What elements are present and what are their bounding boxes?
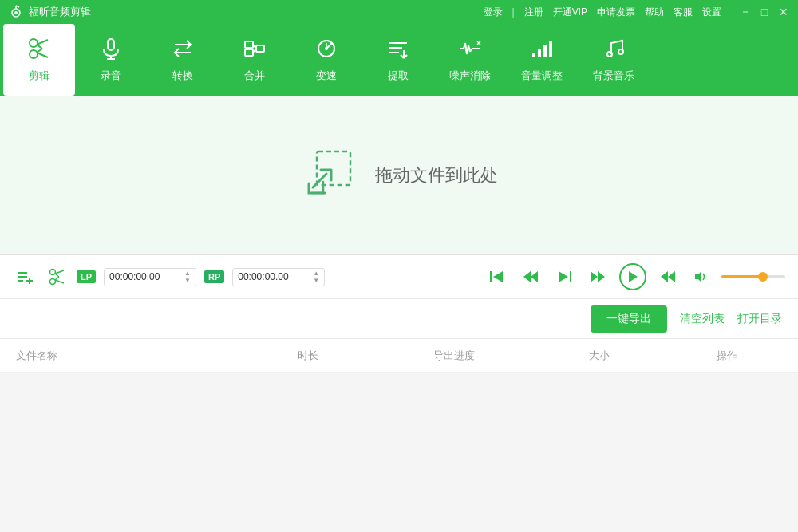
svg-line-45 (55, 270, 64, 274)
svg-rect-33 (549, 41, 552, 57)
convert-icon (171, 37, 195, 64)
title-nav: 登录 | 注册 开通VIP 申请发票 帮助 客服 设置 (484, 6, 721, 19)
col-header-duration: 时长 (235, 349, 381, 363)
tool-cut-label: 剪辑 (29, 69, 49, 83)
svg-line-26 (470, 49, 472, 52)
controls-bar: LP ▲ ▼ RP ▲ ▼ (0, 255, 798, 299)
tool-convert-label: 转换 (172, 69, 193, 83)
tool-cut[interactable]: 剪辑 (3, 24, 75, 96)
extract-icon (386, 37, 410, 64)
tool-denoise[interactable]: 噪声消除 (434, 24, 506, 96)
play-button[interactable] (619, 263, 646, 290)
lp-down-btn[interactable]: ▼ (184, 278, 191, 284)
svg-rect-11 (245, 41, 253, 48)
svg-line-46 (55, 280, 64, 283)
svg-point-1 (14, 11, 18, 14)
file-table: 文件名称 时长 导出进度 大小 操作 (0, 339, 798, 373)
minimize-button[interactable]: － (739, 6, 752, 18)
tool-volume[interactable]: 音量调整 (506, 24, 578, 96)
col-header-progress: 导出进度 (381, 349, 527, 363)
svg-rect-12 (245, 49, 253, 56)
col-header-action: 操作 (673, 349, 782, 363)
svg-rect-32 (543, 45, 547, 57)
rp-time-input[interactable]: ▲ ▼ (232, 268, 325, 286)
volume-fill (721, 275, 760, 278)
maximize-button[interactable]: □ (758, 6, 771, 18)
col-header-size: 大小 (527, 349, 673, 363)
tool-merge-label: 合并 (244, 69, 265, 83)
lp-time-input[interactable]: ▲ ▼ (104, 268, 196, 286)
svg-rect-30 (532, 53, 535, 57)
prev-button[interactable] (519, 265, 543, 289)
mic-icon (99, 37, 123, 64)
svg-line-47 (55, 274, 59, 277)
svg-point-17 (325, 47, 328, 50)
toolbar: 剪辑 录音 转换 (0, 24, 798, 96)
svg-point-35 (618, 49, 623, 54)
lp-time-field[interactable] (109, 271, 181, 282)
speed-icon (314, 37, 338, 64)
nav-invoice[interactable]: 申请发票 (597, 6, 635, 19)
tool-convert[interactable]: 转换 (147, 24, 219, 96)
next-button[interactable] (552, 265, 576, 289)
svg-line-6 (37, 45, 42, 49)
add-playlist-button[interactable] (13, 265, 37, 289)
tool-record[interactable]: 录音 (75, 24, 147, 96)
title-bar-right: 登录 | 注册 开通VIP 申请发票 帮助 客服 设置 － □ ✕ (484, 6, 790, 19)
rp-badge: RP (204, 270, 224, 283)
export-button[interactable]: 一键导出 (591, 305, 667, 333)
tool-bgmusic[interactable]: 背景音乐 (578, 24, 650, 96)
svg-rect-31 (538, 49, 541, 57)
tool-speed[interactable]: 变速 (290, 24, 362, 96)
nav-sep1: | (512, 6, 515, 18)
rp-time-field[interactable] (238, 271, 310, 282)
app-title: 福昕音频剪辑 (29, 5, 91, 19)
nav-settings[interactable]: 设置 (702, 6, 721, 19)
jump-start-button[interactable] (485, 265, 509, 289)
rewind-button[interactable] (586, 265, 610, 289)
tool-record-label: 录音 (101, 69, 121, 83)
clear-list-button[interactable]: 清空列表 (680, 312, 725, 326)
tool-extract[interactable]: 提取 (362, 24, 434, 96)
scissors-ctrl-button[interactable] (45, 265, 69, 289)
drop-text: 拖动文件到此处 (375, 164, 498, 187)
svg-line-4 (37, 40, 48, 45)
fast-forward-button[interactable] (656, 265, 680, 289)
scissors-icon (27, 37, 51, 64)
app-logo-icon (8, 4, 24, 20)
lp-badge: LP (77, 270, 96, 283)
open-dir-button[interactable]: 打开目录 (737, 312, 782, 326)
title-bar-left: 福昕音频剪辑 (8, 4, 91, 20)
drop-svg-icon (301, 144, 361, 203)
volume-slider[interactable] (721, 275, 785, 278)
nav-register[interactable]: 注册 (524, 6, 543, 19)
nav-help[interactable]: 帮助 (645, 6, 664, 19)
tool-merge[interactable]: 合并 (219, 24, 290, 96)
nav-service[interactable]: 客服 (674, 6, 693, 19)
music-icon (602, 37, 626, 64)
playback-controls (485, 263, 785, 290)
volume-ctrl-icon[interactable] (689, 266, 712, 288)
rp-down-btn[interactable]: ▼ (313, 278, 319, 284)
table-header: 文件名称 时长 导出进度 大小 操作 (0, 339, 798, 373)
merge-icon (243, 37, 267, 64)
svg-point-34 (607, 52, 612, 57)
drop-zone[interactable]: 拖动文件到此处 (0, 96, 798, 255)
lp-up-btn[interactable]: ▲ (184, 270, 191, 277)
nav-login[interactable]: 登录 (484, 6, 503, 19)
tool-extract-label: 提取 (388, 69, 409, 83)
rp-up-btn[interactable]: ▲ (313, 270, 319, 277)
tool-bgmusic-label: 背景音乐 (593, 69, 634, 83)
volume-thumb[interactable] (758, 272, 768, 282)
svg-line-7 (37, 49, 42, 53)
nav-vip[interactable]: 开通VIP (553, 6, 587, 19)
svg-point-2 (30, 50, 38, 58)
lp-spinner: ▲ ▼ (184, 270, 191, 284)
window-controls: － □ ✕ (739, 6, 790, 18)
svg-line-5 (37, 53, 48, 57)
action-bar: 一键导出 清空列表 打开目录 (0, 299, 798, 339)
close-button[interactable]: ✕ (777, 6, 790, 18)
svg-line-48 (55, 277, 59, 280)
svg-point-43 (50, 279, 56, 285)
svg-rect-13 (256, 45, 264, 52)
